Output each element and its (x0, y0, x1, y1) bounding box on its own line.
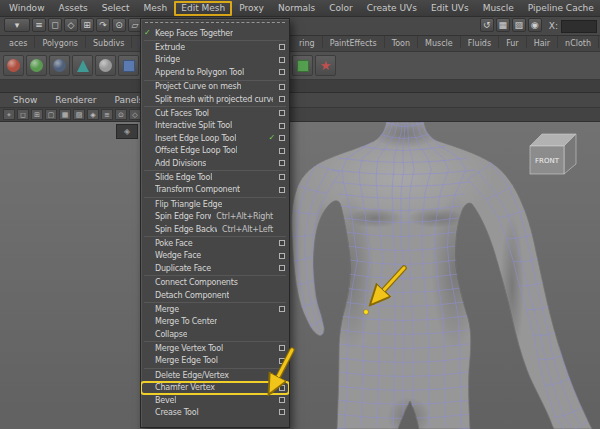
option-box[interactable] (279, 306, 285, 312)
option-box[interactable] (279, 187, 285, 193)
menu-item-detach-component[interactable]: Detach Component (141, 289, 289, 301)
select-by-hierarchy-icon[interactable]: ≡ (32, 18, 46, 32)
menu-item-poke-face[interactable]: Poke Face (141, 237, 289, 249)
shelf-tab-muscle[interactable]: Muscle (418, 36, 461, 48)
menubar-item-color[interactable]: Color (322, 2, 360, 15)
menu-item-flip-triangle-edge[interactable]: Flip Triangle Edge (141, 198, 289, 210)
menu-item-split-mesh-with-projected-curve[interactable]: Split mesh with projected curve (141, 93, 289, 105)
menubar-item-select[interactable]: Select (95, 2, 137, 15)
option-box[interactable] (279, 160, 285, 166)
option-box[interactable] (279, 265, 285, 271)
shelf-tab-subdivs[interactable]: Subdivs (86, 36, 132, 48)
option-box[interactable] (279, 148, 285, 154)
menu-tearoff-handle[interactable] (141, 19, 289, 27)
film-gate-icon[interactable]: ▢ (45, 109, 57, 120)
option-box[interactable] (279, 174, 285, 180)
option-box[interactable] (279, 345, 285, 351)
option-box[interactable] (279, 409, 285, 415)
resolution-gate-icon[interactable]: ▦ (59, 109, 71, 120)
menu-item-collapse[interactable]: Collapse (141, 328, 289, 340)
menubar-item-muscle[interactable]: Muscle (476, 2, 521, 15)
shelf-sphere-red-icon[interactable] (3, 55, 24, 76)
snap-to-point-icon[interactable]: ⊙ (112, 18, 126, 32)
render-current-frame-icon[interactable]: ▦ (496, 18, 510, 32)
menu-item-bevel[interactable]: Bevel (141, 394, 289, 406)
construction-history-icon[interactable]: ↺ (480, 18, 494, 32)
option-box[interactable] (279, 110, 285, 116)
menubar-item-create-uvs[interactable]: Create UVs (360, 2, 424, 15)
menu-item-spin-edge-forward[interactable]: Spin Edge ForwardCtrl+Alt+Right (141, 210, 289, 222)
panel-menu-show[interactable]: Show (4, 95, 46, 105)
coordinate-x-input[interactable] (561, 20, 597, 33)
menubar-item-normals[interactable]: Normals (271, 2, 322, 15)
select-camera-icon[interactable]: ⌖ (3, 109, 15, 120)
menu-item-append-to-polygon-tool[interactable]: Append to Polygon Tool (141, 66, 289, 78)
lock-camera-icon[interactable]: ◻ (17, 109, 29, 120)
menu-item-transform-component[interactable]: Transform Component (141, 184, 289, 196)
shelf-sphere-green-icon[interactable] (26, 55, 47, 76)
option-box[interactable] (279, 385, 285, 391)
shelf-cube-blue-icon[interactable] (118, 55, 139, 76)
option-box[interactable] (279, 84, 285, 90)
viewport-3d[interactable]: ◈ (0, 122, 600, 429)
menu-item-delete-edge-vertex[interactable]: Delete Edge/Vertex (141, 369, 289, 381)
menu-item-slide-edge-tool[interactable]: Slide Edge Tool (141, 171, 289, 183)
menu-item-keep-faces-together[interactable]: ✓Keep Faces Together (141, 27, 289, 39)
menu-item-interactive-split-tool[interactable]: Interactive Split Tool (141, 120, 289, 132)
shelf-tab-fluids[interactable]: Fluids (461, 36, 499, 48)
panel-menu-renderer[interactable]: Renderer (46, 95, 105, 105)
menu-item-connect-components[interactable]: Connect Components (141, 276, 289, 288)
option-box[interactable] (279, 397, 285, 403)
menubar-item-edit-uvs[interactable]: Edit UVs (424, 2, 476, 15)
render-settings-icon[interactable]: ◉ (528, 18, 542, 32)
menubar-item-proxy[interactable]: Proxy (232, 2, 271, 15)
snap-to-curve-icon[interactable]: ↷ (96, 18, 110, 32)
shelf-tab-aces[interactable]: aces (2, 36, 35, 48)
option-box[interactable] (279, 253, 285, 259)
shelf-sphere-dark-icon[interactable] (49, 55, 70, 76)
shelf-tab-fur[interactable]: Fur (499, 36, 527, 48)
menu-item-bridge[interactable]: Bridge (141, 54, 289, 66)
menu-item-extrude[interactable]: Extrude (141, 41, 289, 53)
gate-mask-icon[interactable]: ▨ (73, 109, 85, 120)
viewport-hud-icon[interactable]: ◈ (116, 124, 138, 139)
menubar-item-edit-mesh[interactable]: Edit Mesh (174, 1, 232, 16)
menu-item-wedge-face[interactable]: Wedge Face (141, 250, 289, 262)
menu-item-project-curve-on-mesh[interactable]: Project Curve on mesh (141, 81, 289, 93)
safe-action-icon[interactable]: ≡ (101, 109, 113, 120)
option-box[interactable] (279, 358, 285, 364)
menu-item-chamfer-vertex[interactable]: Chamfer Vertex (141, 382, 289, 394)
shelf-sphere-gray-icon[interactable] (95, 55, 116, 76)
shelf-star-red-icon[interactable]: ★ (315, 55, 336, 76)
shelf-tab-polygons[interactable]: Polygons (35, 36, 86, 48)
field-chart-icon[interactable]: ◈ (87, 109, 99, 120)
shelf-grid-green-icon[interactable] (292, 55, 313, 76)
option-box[interactable] (279, 123, 285, 129)
shelf-tab-toon[interactable]: Toon (385, 36, 418, 48)
grid-toggle-icon[interactable]: ⊞ (31, 109, 43, 120)
shelf-tab-ring[interactable]: ring (292, 36, 323, 48)
ipr-render-icon[interactable]: ▨ (512, 18, 526, 32)
menu-item-offset-edge-loop-tool[interactable]: Offset Edge Loop Tool (141, 145, 289, 157)
menu-item-merge-vertex-tool[interactable]: Merge Vertex Tool (141, 342, 289, 354)
view-cube[interactable]: FRONT (530, 134, 576, 174)
safe-title-icon[interactable]: ⊙ (115, 109, 127, 120)
menu-item-add-divisions[interactable]: Add Divisions (141, 157, 289, 169)
menu-item-crease-tool[interactable]: Crease Tool (141, 406, 289, 418)
option-box[interactable] (279, 240, 285, 246)
option-box[interactable] (279, 96, 285, 102)
menubar-item-pipeline-cache[interactable]: Pipeline Cache (521, 2, 600, 15)
select-by-object-icon[interactable]: ◻ (48, 18, 62, 32)
shelf-tab-ncloth[interactable]: nCloth (558, 36, 599, 48)
selection-mask-dropdown[interactable]: ▾ (4, 18, 30, 32)
select-by-component-icon[interactable]: ◇ (64, 18, 78, 32)
option-box[interactable] (279, 44, 285, 50)
menu-item-merge-to-center[interactable]: Merge To Center (141, 316, 289, 328)
option-box[interactable] (279, 57, 285, 63)
option-box[interactable] (279, 135, 285, 141)
menu-item-cut-faces-tool[interactable]: Cut Faces Tool (141, 107, 289, 119)
menubar-item-mesh[interactable]: Mesh (137, 2, 175, 15)
menubar-item-window[interactable]: Window (2, 2, 52, 15)
menubar-item-assets[interactable]: Assets (52, 2, 95, 15)
snap-to-grid-icon[interactable]: ⊞ (80, 18, 94, 32)
